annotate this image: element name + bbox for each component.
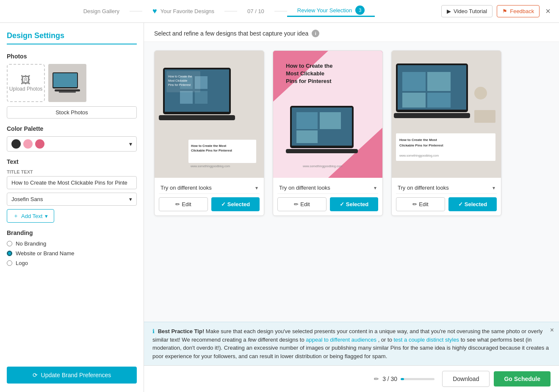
svg-rect-29: [296, 130, 318, 143]
upload-icon: 🖼: [21, 74, 31, 86]
svg-text:How to Create the Most: How to Create the Most: [399, 138, 437, 142]
tip-bold-text: Best Practice Tip!: [158, 328, 205, 334]
edit-icon-2: ✏: [294, 201, 299, 207]
update-brand-label: Update Brand Preferences: [41, 372, 111, 378]
feedback-button[interactable]: ⚑ Feedback: [497, 5, 540, 17]
selected-button-3[interactable]: ✓ Selected: [448, 197, 497, 211]
svg-text:www.somethinggoodblog.com: www.somethinggoodblog.com: [190, 165, 230, 168]
video-tutorial-button[interactable]: ▶ Video Tutorial: [441, 5, 493, 17]
try-on-row-2[interactable]: Try on different looks ▾: [277, 182, 378, 194]
text-section: Text TITLE TEXT Josefin Sans ▾ ＋ Add Tex…: [7, 158, 137, 223]
upload-photos-area[interactable]: 🖼 Upload Photos: [7, 64, 45, 102]
branding-option-logo[interactable]: Logo: [7, 260, 137, 266]
upload-label: Upload Photos: [9, 86, 43, 92]
branding-section: Branding No Branding Website or Brand Na…: [7, 229, 137, 266]
branding-option-no-branding[interactable]: No Branding: [7, 240, 137, 247]
design-image-2: How to Create the Most Clickable Pins fo…: [273, 51, 382, 178]
svg-text:Most Clickable: Most Clickable: [286, 70, 324, 77]
add-text-button[interactable]: ＋ Add Text ▾: [7, 209, 54, 223]
edit-icon-3: ✏: [412, 201, 417, 207]
svg-rect-3: [55, 89, 80, 91]
font-select-dropdown[interactable]: Josefin Sans ▾: [7, 193, 137, 206]
try-on-row-1[interactable]: Try on different looks ▾: [159, 182, 260, 194]
stock-photos-button[interactable]: Stock Photos: [7, 106, 137, 119]
svg-text:Clickable Pins for Pinterest: Clickable Pins for Pinterest: [399, 144, 443, 147]
color-palette-dropdown[interactable]: ▾: [7, 136, 137, 152]
color-circle-1: [11, 139, 21, 149]
update-brand-button[interactable]: ⟳ Update Brand Preferences: [7, 367, 137, 384]
svg-rect-39: [427, 72, 451, 91]
heart-icon: ♥: [152, 7, 157, 16]
panel-header: Select and refine a few designs that bes…: [144, 23, 559, 42]
nav-step-label: Design Gallery: [83, 8, 119, 14]
svg-rect-37: [394, 113, 470, 118]
design-card-2-actions: Try on different looks ▾ ✏ Edit ✓ Select…: [273, 178, 382, 215]
svg-text:Pins for Pinterest: Pins for Pinterest: [286, 78, 332, 84]
selected-button-1[interactable]: ✓ Selected: [211, 197, 260, 211]
selected-label-3: Selected: [465, 201, 487, 207]
update-brand-icon: ⟳: [33, 372, 38, 378]
title-text-input[interactable]: [7, 176, 137, 189]
svg-text:www.somethinggoodblog.com: www.somethinggoodblog.com: [399, 154, 439, 157]
website-brand-label: Website or Brand Name: [16, 250, 75, 257]
tip-link-1[interactable]: appeal to different audiences: [306, 337, 376, 343]
photo-thumbnail[interactable]: [48, 64, 86, 102]
progress-bar: [401, 378, 434, 380]
svg-text:How to Create the: How to Create the: [286, 63, 333, 69]
radio-no-branding[interactable]: [7, 241, 12, 246]
selected-button-2[interactable]: ✓ Selected: [330, 197, 378, 211]
svg-rect-38: [402, 72, 426, 91]
radio-website-brand[interactable]: [7, 251, 12, 256]
text-section-label: Text: [7, 158, 137, 165]
download-button[interactable]: Download: [442, 371, 490, 387]
try-on-row-3[interactable]: Try on different looks ▾: [396, 182, 497, 194]
branding-option-website[interactable]: Website or Brand Name: [7, 250, 137, 257]
radio-logo[interactable]: [7, 260, 12, 266]
nav-step-favorites[interactable]: ♥ Your Favorite Designs: [142, 7, 224, 16]
nav-step-progress[interactable]: 07 / 10: [237, 8, 274, 14]
tip-italic-text: few: [248, 337, 256, 343]
feedback-label: Feedback: [510, 8, 534, 14]
tip-info-icon: ℹ: [152, 328, 155, 334]
svg-text:Pins for Pinterest: Pins for Pinterest: [168, 83, 191, 86]
nav-step-design-gallery[interactable]: Design Gallery: [73, 8, 130, 14]
svg-rect-41: [427, 93, 451, 108]
tip-close-button[interactable]: ×: [550, 326, 554, 334]
photos-section-label: Photos: [7, 53, 137, 60]
palette-chevron-icon: ▾: [129, 141, 132, 147]
photos-section: Photos 🖼 Upload Photos: [7, 53, 137, 119]
svg-rect-11: [180, 91, 193, 104]
font-select-chevron: ▾: [129, 196, 132, 202]
close-button[interactable]: ×: [544, 5, 552, 18]
edit-button-2[interactable]: ✏ Edit: [277, 197, 327, 211]
selected-label-1: Selected: [227, 201, 250, 207]
edit-button-3[interactable]: ✏ Edit: [396, 197, 445, 211]
tip-text-3: , or to: [378, 337, 394, 343]
try-on-chevron-3: ▾: [493, 185, 495, 191]
font-name-label: Josefin Sans: [11, 196, 43, 202]
nav-step-review[interactable]: Review Your Selection 3: [287, 6, 375, 17]
try-on-chevron-2: ▾: [374, 185, 376, 191]
design-svg-3: How to Create the Most Clickable Pins fo…: [392, 51, 501, 178]
nav-step-review-label: Review Your Selection: [297, 7, 352, 14]
edit-label-2: Edit: [300, 201, 310, 207]
tip-link-2[interactable]: test a couple distinct styles: [393, 337, 459, 343]
info-icon[interactable]: i: [312, 30, 319, 37]
edit-icon-1: ✏: [175, 201, 180, 207]
action-btns-1: ✏ Edit ✓ Selected: [159, 197, 260, 211]
pencil-icon: ✏: [374, 375, 379, 382]
svg-rect-26: [286, 149, 358, 153]
panel-header-text: Select and refine a few designs that bes…: [154, 30, 308, 37]
svg-rect-4: [59, 91, 76, 93]
svg-text:How to Create the: How to Create the: [168, 75, 192, 78]
color-palette-label: Color Palette: [7, 125, 137, 132]
nav-divider-1: [130, 11, 142, 11]
go-schedule-button[interactable]: Go Schedule: [494, 371, 551, 386]
design-card-3-actions: Try on different looks ▾ ✏ Edit ✓ Select…: [392, 178, 501, 215]
design-card-1-actions: Try on different looks ▾ ✏ Edit ✓ Select…: [155, 178, 264, 215]
edit-button-1[interactable]: ✏ Edit: [159, 197, 208, 211]
edit-label-3: Edit: [419, 201, 428, 207]
nav-step-progress-label: 07 / 10: [247, 8, 264, 14]
svg-rect-27: [296, 112, 318, 129]
svg-rect-12: [195, 91, 208, 104]
